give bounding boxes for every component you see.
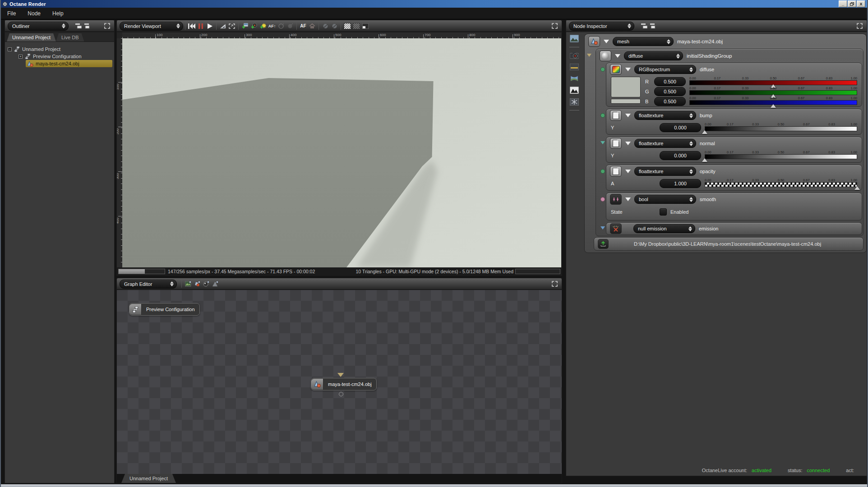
pick-focus-icon[interactable] xyxy=(240,22,249,30)
smooth-pin[interactable] xyxy=(600,197,605,202)
floattexture-icon[interactable] xyxy=(610,166,622,177)
opacity-pin[interactable] xyxy=(600,169,605,174)
pick-light-icon[interactable] xyxy=(259,22,268,30)
normal-pin[interactable] xyxy=(600,141,605,144)
material-ball-icon[interactable] xyxy=(600,51,611,61)
graph-node-mesh[interactable]: maya-test-cm24.obj xyxy=(311,378,377,391)
region-render-icon[interactable] xyxy=(227,22,236,30)
collapse-triangle-icon[interactable] xyxy=(615,54,620,58)
bump-value-field[interactable]: 0.000 xyxy=(660,123,701,132)
viewport-panel-selector[interactable]: Render Viewport xyxy=(120,22,183,31)
emitter-preview-icon[interactable] xyxy=(202,280,211,288)
mesh-type-dropdown[interactable]: mesh xyxy=(613,37,674,46)
bump-pin[interactable] xyxy=(600,113,605,118)
pause-render-icon[interactable] xyxy=(196,22,205,30)
minimize-button[interactable]: _ xyxy=(839,0,847,7)
outliner-maximize-icon[interactable] xyxy=(102,22,111,30)
expand-expander-icon[interactable]: + xyxy=(18,55,23,59)
pick-material-icon[interactable] xyxy=(249,22,259,30)
collapse-all-icon[interactable] xyxy=(640,22,649,30)
opacity-type-dropdown[interactable]: floattexture xyxy=(634,167,696,176)
color-swatch[interactable] xyxy=(611,77,641,106)
floattexture-icon[interactable] xyxy=(610,138,622,149)
alpha-checker-icon[interactable] xyxy=(343,22,352,30)
play-render-icon[interactable] xyxy=(205,22,214,30)
menu-help[interactable]: Help xyxy=(52,10,64,17)
red-slider[interactable]: 0.000.170.330.500.670.831.00 xyxy=(689,77,857,87)
bump-type-dropdown[interactable]: floattexture xyxy=(634,111,696,120)
environment-icon[interactable] xyxy=(570,75,579,82)
image-icon[interactable] xyxy=(570,35,579,42)
texture-preview-icon[interactable] xyxy=(184,280,193,288)
opacity-value-field[interactable]: 1.000 xyxy=(660,179,701,188)
graph-editor-maximize-icon[interactable] xyxy=(550,280,559,288)
channel-value-field[interactable]: 0.500 xyxy=(654,87,686,96)
reload-file-icon[interactable] xyxy=(598,239,609,249)
tree-row-mesh-selected[interactable]: maya-test-cm24.obj xyxy=(26,60,112,67)
collapse-triangle-icon[interactable] xyxy=(604,40,609,43)
set-square-icon[interactable] xyxy=(218,22,227,30)
material-type-dropdown[interactable]: diffuse xyxy=(624,51,683,60)
af-icon[interactable]: AF xyxy=(299,22,308,30)
spectrum-icon[interactable] xyxy=(610,64,622,75)
menu-file[interactable]: File xyxy=(7,10,16,17)
lock-camera-alt-icon[interactable] xyxy=(330,22,339,30)
material-preview-icon[interactable] xyxy=(193,280,202,288)
node-inspector-panel-selector[interactable]: Node Inspector xyxy=(569,22,634,31)
medium-preview-icon[interactable] xyxy=(211,280,220,288)
outliner-panel-selector[interactable]: Outliner xyxy=(8,22,69,31)
channel-value-field[interactable]: 0.500 xyxy=(654,97,686,106)
opacity-slider[interactable]: 0.000.170.330.500.670.831.00 xyxy=(705,179,857,188)
collapse-triangle-icon[interactable] xyxy=(625,198,631,201)
emission-icon[interactable] xyxy=(610,223,622,234)
collapse-triangle-icon[interactable] xyxy=(625,114,631,117)
normal-value-field[interactable]: 0.000 xyxy=(660,151,701,160)
rgbspectrum-type-dropdown[interactable]: RGBspectrum xyxy=(634,65,696,74)
emission-pin[interactable] xyxy=(600,226,605,230)
render-image[interactable] xyxy=(122,38,561,267)
bool-icon[interactable] xyxy=(610,194,622,205)
smooth-type-dropdown[interactable]: bool xyxy=(634,195,696,204)
film-settings-icon[interactable] xyxy=(570,64,579,70)
exposure-picker-disabled-icon[interactable] xyxy=(286,22,295,30)
collapse-expander-icon[interactable]: - xyxy=(8,47,12,51)
subframe-icon[interactable] xyxy=(361,22,370,30)
emission-type-dropdown[interactable]: null emission xyxy=(633,224,695,233)
green-slider[interactable]: 0.000.170.330.500.670.831.00 xyxy=(689,87,857,96)
node-input-pin[interactable] xyxy=(337,373,344,377)
expand-all-icon[interactable] xyxy=(649,22,658,30)
collapse-triangle-icon[interactable] xyxy=(625,142,631,145)
tree-row-project[interactable]: - Unnamed Project xyxy=(8,46,114,53)
graph-tab-unnamed-project[interactable]: Unnamed Project xyxy=(121,474,176,483)
graph-node-preview-configuration[interactable]: Preview Configuration xyxy=(129,303,200,316)
tab-live-db[interactable]: Live DB xyxy=(56,33,84,41)
channel-value-field[interactable]: 0.500 xyxy=(654,77,686,86)
expand-all-icon[interactable] xyxy=(83,22,92,30)
graph-editor-panel-selector[interactable]: Graph Editor xyxy=(120,280,177,289)
collapse-triangle-icon[interactable] xyxy=(625,68,631,71)
background-checker-icon[interactable] xyxy=(352,22,361,30)
close-button[interactable]: X xyxy=(857,0,865,7)
tree-row-preview-config[interactable]: + Preview Configuration xyxy=(18,53,114,60)
bump-slider[interactable]: 0.000.170.330.500.670.831.00 xyxy=(705,123,857,133)
enabled-checkbox[interactable] xyxy=(660,208,667,216)
normal-type-dropdown[interactable]: floattexture xyxy=(634,139,696,148)
restart-render-icon[interactable] xyxy=(187,22,196,30)
diffuse-pin[interactable] xyxy=(600,67,605,72)
node-output-pin[interactable] xyxy=(339,392,343,396)
graph-canvas[interactable]: Preview Configuration maya-test-cm24.obj xyxy=(117,290,562,474)
floattexture-icon[interactable] xyxy=(610,110,622,121)
restore-button[interactable] xyxy=(848,0,856,7)
kernel-icon[interactable] xyxy=(570,98,579,106)
menu-node[interactable]: Node xyxy=(28,10,41,17)
camera-home-icon[interactable] xyxy=(308,22,317,30)
tab-unnamed-project[interactable]: Unnamed Project xyxy=(7,33,56,41)
normal-slider[interactable]: 0.000.170.330.500.670.831.00 xyxy=(705,151,857,161)
lock-camera-icon[interactable] xyxy=(321,22,330,30)
collapse-all-icon[interactable] xyxy=(74,22,83,30)
blue-slider[interactable]: 0.000.170.330.500.670.831.00 xyxy=(689,96,857,106)
imager-icon[interactable] xyxy=(570,87,579,94)
material-pin[interactable] xyxy=(587,54,591,57)
autofocus-up-icon[interactable]: AF↑ xyxy=(268,22,277,30)
camera-icon[interactable] xyxy=(570,52,579,59)
